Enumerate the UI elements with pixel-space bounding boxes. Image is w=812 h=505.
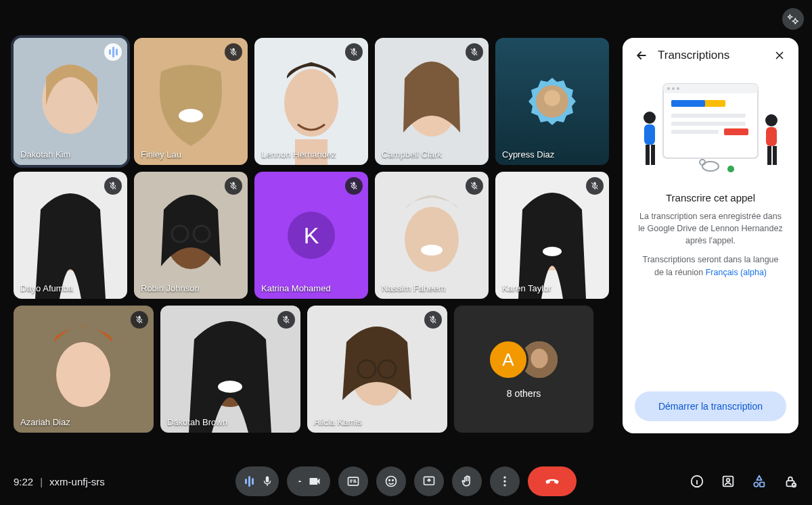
present-icon: [422, 475, 436, 488]
more-vertical-icon: [498, 475, 512, 488]
muted-icon: [277, 311, 295, 329]
participant-name: Robin Johnson: [141, 283, 200, 293]
people-icon: [721, 474, 736, 489]
present-button[interactable]: [414, 466, 444, 496]
participant-tile[interactable]: Finley Lau: [134, 38, 248, 165]
panel-heading: Transcrire cet appel: [635, 192, 786, 203]
participant-tile[interactable]: Dakotah Brown: [160, 306, 300, 433]
participant-name: Katrina Mohamed: [261, 283, 331, 293]
phone-hangup-icon: [543, 473, 561, 490]
reactions-button[interactable]: [376, 466, 406, 496]
svg-point-67: [727, 479, 730, 482]
svg-rect-52: [767, 146, 771, 165]
effects-button[interactable]: [782, 8, 804, 30]
hand-icon: [460, 475, 474, 488]
participant-tile[interactable]: Alicia Kamis: [307, 306, 447, 433]
svg-point-23: [543, 247, 562, 256]
more-options-button[interactable]: [490, 466, 520, 496]
svg-point-25: [56, 342, 110, 407]
speaking-indicator-icon: [104, 43, 122, 61]
others-avatars: A: [488, 339, 560, 380]
participant-tile[interactable]: Azariah Diaz: [14, 306, 154, 433]
muted-icon: [466, 43, 483, 61]
svg-point-46: [644, 112, 656, 124]
participant-name: Finley Lau: [141, 149, 181, 160]
participant-tile[interactable]: K Katrina Mohamed: [254, 172, 368, 299]
svg-rect-69: [760, 482, 764, 486]
svg-point-68: [754, 482, 758, 486]
muted-icon: [424, 311, 442, 329]
participant-name: Dakotah Brown: [167, 417, 227, 427]
language-link[interactable]: Français (alpha): [706, 268, 767, 277]
muted-icon: [345, 177, 363, 195]
muted-icon: [104, 177, 122, 195]
emoji-icon: [384, 475, 398, 488]
bottom-bar: 9:22 | xxm-unfj-srs: [0, 458, 812, 505]
raise-hand-button[interactable]: [452, 466, 482, 496]
captions-icon: [346, 475, 360, 488]
avatar-initial: A: [488, 339, 528, 380]
svg-point-56: [727, 166, 734, 172]
svg-rect-51: [766, 127, 777, 146]
muted-icon: [225, 177, 242, 195]
participant-tile[interactable]: Cypress Diaz: [495, 38, 609, 165]
svg-point-6: [284, 69, 338, 137]
muted-icon: [345, 43, 363, 61]
participant-tile[interactable]: Dakotah Kim: [14, 38, 127, 165]
close-button[interactable]: [773, 49, 786, 62]
muted-icon: [225, 43, 242, 61]
grid-row: Dayo Afumba Robin Johnson K Katrina Moha…: [14, 172, 609, 299]
svg-rect-57: [348, 477, 359, 485]
participant-tile[interactable]: Nassim Faheem: [375, 172, 489, 299]
participant-tile[interactable]: Lennon Hernandez: [254, 38, 368, 165]
camera-icon: [308, 475, 321, 488]
participant-tile[interactable]: Karen Taylor: [495, 172, 609, 299]
others-tile[interactable]: A 8 others: [454, 306, 593, 433]
host-controls-button[interactable]: [782, 473, 798, 489]
back-button[interactable]: [635, 49, 648, 62]
svg-point-60: [392, 480, 394, 481]
svg-point-62: [503, 477, 505, 479]
svg-point-39: [677, 87, 679, 90]
panel-illustration: [636, 77, 785, 178]
grid-row: Azariah Diaz Dakotah Brown Alicia Kamis: [14, 306, 609, 433]
participant-avatar: [495, 38, 609, 165]
camera-button[interactable]: [287, 466, 330, 496]
main-area: Dakotah Kim Finley Lau: [0, 0, 812, 458]
participant-name: Lennon Hernandez: [261, 149, 336, 160]
participant-name: Azariah Diaz: [20, 417, 70, 427]
svg-point-64: [503, 484, 505, 486]
participant-tile[interactable]: Robin Johnson: [134, 172, 248, 299]
panel-body-1: La transcription sera enregistrée dans l…: [635, 210, 786, 247]
svg-point-4: [179, 109, 203, 122]
shapes-icon: [752, 474, 767, 489]
info-icon: [690, 474, 704, 489]
participant-name: Dayo Afumba: [20, 283, 73, 293]
lock-icon: [783, 474, 798, 489]
participant-tile[interactable]: Campbell Clark: [375, 38, 489, 165]
svg-rect-41: [671, 100, 705, 107]
captions-button[interactable]: [338, 466, 368, 496]
panel-header: Transcriptions: [635, 49, 786, 62]
participant-name: Cypress Diaz: [502, 149, 554, 160]
svg-rect-48: [646, 145, 650, 165]
participant-tile[interactable]: Dayo Afumba: [14, 172, 127, 299]
meeting-code: xxm-unfj-srs: [49, 476, 105, 487]
people-button[interactable]: [720, 473, 736, 489]
svg-point-63: [503, 480, 505, 482]
svg-rect-42: [671, 114, 746, 118]
end-call-button[interactable]: [528, 466, 577, 496]
info-button[interactable]: [689, 473, 705, 489]
svg-point-11: [544, 90, 560, 106]
muted-icon: [586, 177, 604, 195]
svg-rect-45: [724, 128, 748, 135]
svg-rect-49: [651, 145, 655, 165]
participant-name: Nassim Faheem: [382, 283, 446, 293]
svg-rect-35: [663, 84, 758, 158]
mic-button[interactable]: [235, 466, 279, 496]
participant-name: Campbell Clark: [382, 149, 442, 160]
activities-button[interactable]: [751, 473, 767, 489]
start-transcription-button[interactable]: Démarrer la transcription: [635, 391, 786, 421]
meeting-info[interactable]: 9:22 | xxm-unfj-srs: [14, 476, 105, 487]
panel-title: Transcriptions: [658, 49, 763, 62]
